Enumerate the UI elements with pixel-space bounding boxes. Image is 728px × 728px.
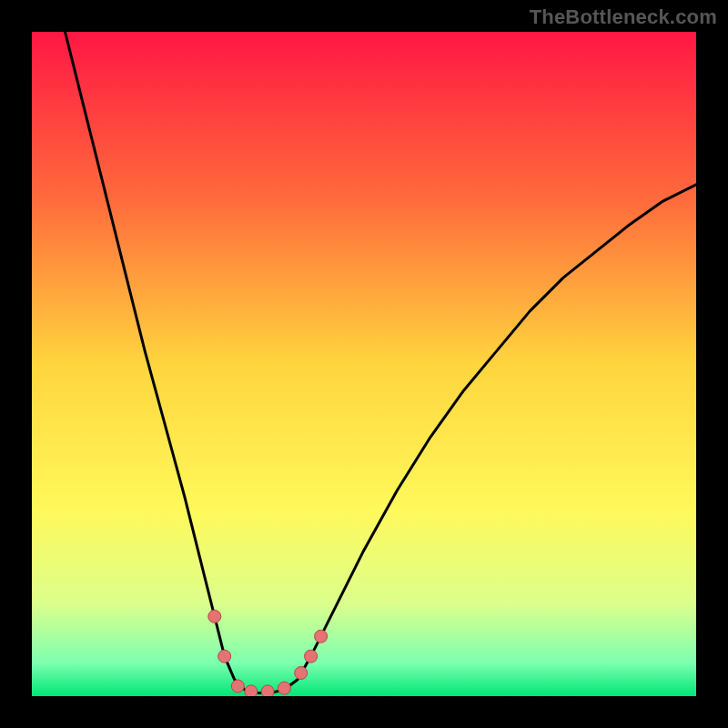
curve-marker bbox=[208, 610, 221, 622]
curve-marker bbox=[245, 685, 258, 696]
curve-marker bbox=[278, 682, 290, 694]
curve-marker bbox=[295, 667, 308, 680]
chart-frame: TheBottleneck.com bbox=[0, 0, 728, 728]
curve-marker bbox=[218, 650, 231, 662]
watermark-text: TheBottleneck.com bbox=[530, 5, 717, 29]
curve-marker bbox=[261, 685, 274, 696]
bottleneck-chart bbox=[32, 32, 696, 696]
gradient-background bbox=[32, 32, 696, 696]
curve-marker bbox=[305, 650, 318, 662]
curve-marker bbox=[231, 680, 244, 693]
curve-marker bbox=[315, 630, 328, 642]
